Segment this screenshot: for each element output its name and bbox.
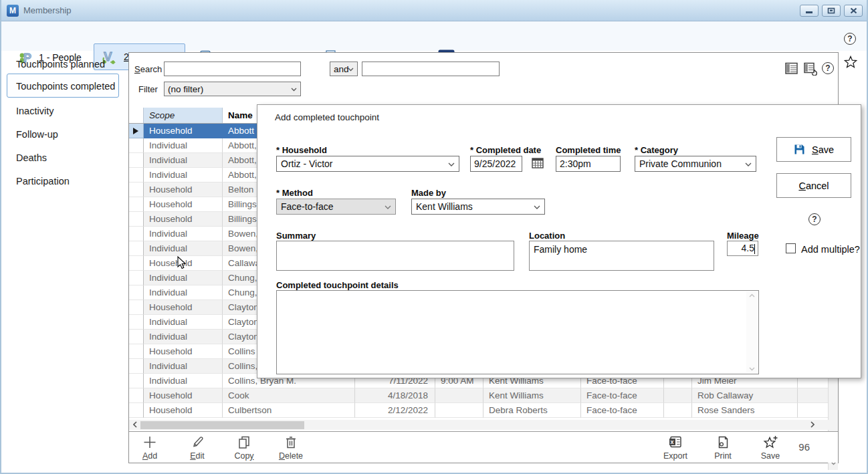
maximize-button[interactable]: [822, 5, 841, 17]
mileage-input[interactable]: 4.5: [727, 241, 758, 256]
header-row-selector: [129, 108, 144, 123]
bottom-toolbar: Add Edit Copy Delete: [129, 431, 838, 463]
calendar-icon[interactable]: [532, 157, 544, 169]
scroll-up-icon[interactable]: [749, 293, 755, 298]
export-excel-icon: x: [668, 435, 683, 449]
category-label: * Category: [635, 145, 678, 155]
save-button[interactable]: Save: [776, 137, 851, 162]
edit-pencil-icon: [191, 435, 205, 449]
household-label: * Household: [276, 145, 327, 155]
dialog-title: Add completed touchpoint: [275, 112, 379, 122]
help-icon[interactable]: ?: [844, 33, 856, 45]
chevron-down-icon: [534, 205, 540, 210]
grid-refresh-icon[interactable]: [804, 62, 818, 76]
location-textarea[interactable]: Family home: [529, 241, 714, 271]
maximize-icon: [827, 7, 835, 14]
grid-view-icon[interactable]: [785, 62, 798, 75]
sidebar-item-participation[interactable]: Participation: [16, 176, 70, 187]
svg-text:x: x: [671, 439, 674, 445]
made-by-select[interactable]: Kent Williams: [411, 199, 545, 215]
dialog-help-icon[interactable]: ?: [808, 213, 821, 225]
household-select[interactable]: Ortiz - Victor: [276, 156, 459, 172]
method-select[interactable]: Face-to-face: [276, 199, 396, 215]
search-label: Search: [134, 64, 162, 74]
copy-icon: [237, 435, 251, 449]
close-icon: [850, 7, 857, 14]
chevron-down-icon: [385, 205, 391, 210]
main-tab-bar: P 1 - People V 2 - Ministry C R 3 - Chur…: [1, 21, 868, 51]
details-textarea[interactable]: [276, 290, 759, 374]
made-by-label: Made by: [411, 188, 446, 198]
search-operator-select[interactable]: and: [330, 62, 358, 76]
print-button[interactable]: Print: [703, 435, 742, 461]
location-label: Location: [529, 231, 565, 241]
app-icon: M: [7, 5, 19, 17]
sidebar-item-touchpoints-planned[interactable]: Touchpoints planned: [16, 59, 105, 70]
add-multiple-checkbox[interactable]: [786, 243, 796, 253]
save-floppy-icon: [794, 144, 805, 155]
add-completed-touchpoint-dialog: Add completed touchpoint * Household Ort…: [257, 104, 861, 378]
search-input-2[interactable]: [362, 62, 500, 76]
chevron-down-icon: [745, 162, 752, 167]
sidebar-item-touchpoints-completed[interactable]: Touchpoints completed: [16, 81, 115, 92]
export-button[interactable]: x Export: [656, 435, 695, 461]
mouse-cursor: [177, 256, 187, 269]
filter-select[interactable]: (no filter): [164, 82, 301, 96]
details-label: Completed touchpoint details: [276, 280, 399, 290]
scroll-down-icon[interactable]: [749, 367, 755, 371]
search-input[interactable]: [164, 62, 301, 76]
summary-textarea[interactable]: [276, 241, 514, 271]
add-multiple-label: Add multiple?: [801, 244, 860, 255]
completed-time-label: Completed time: [556, 145, 621, 155]
add-button[interactable]: Add: [130, 435, 169, 461]
scrollbar-thumb[interactable]: [140, 421, 304, 429]
selected-row-arrow: [133, 128, 142, 134]
cancel-button[interactable]: Cancel: [776, 173, 851, 198]
sidebar-item-deaths[interactable]: Deaths: [16, 152, 47, 163]
summary-label: Summary: [276, 231, 316, 241]
table-row[interactable]: HouseholdCook4/18/2018Kent WilliamsFace-…: [129, 388, 829, 403]
minimize-icon: [805, 8, 813, 14]
sidebar-item-follow-up[interactable]: Follow-up: [16, 129, 58, 140]
favorite-star-icon[interactable]: [844, 55, 857, 69]
horizontal-scrollbar[interactable]: [129, 420, 829, 430]
print-icon: [716, 435, 730, 449]
record-count: 96: [798, 441, 810, 453]
save-view-button[interactable]: Save: [751, 435, 790, 461]
chevron-down-icon: [348, 68, 354, 72]
completed-date-label: * Completed date: [470, 145, 541, 155]
delete-button[interactable]: Delete: [272, 435, 310, 461]
scroll-right-icon[interactable]: [806, 421, 818, 430]
filter-label: Filter: [138, 84, 158, 94]
method-label: * Method: [276, 188, 313, 198]
copy-button[interactable]: Copy: [225, 435, 263, 461]
save-star-icon: [763, 435, 778, 449]
header-scope[interactable]: Scope: [144, 108, 223, 123]
delete-trash-icon: [284, 435, 298, 449]
chevron-down-icon: [448, 162, 455, 167]
chevron-down-icon: [291, 88, 297, 92]
mileage-label: Mileage: [727, 231, 759, 241]
panel-help-icon[interactable]: ?: [822, 62, 834, 74]
add-icon: [142, 435, 157, 449]
text-caret: [754, 244, 755, 254]
details-scrollbar[interactable]: [746, 291, 758, 373]
category-select[interactable]: Private Communion: [635, 156, 756, 172]
sidebar-item-inactivity[interactable]: Inactivity: [16, 106, 53, 116]
table-row[interactable]: HouseholdCulbertson2/12/2022Debra Robert…: [129, 403, 829, 418]
scroll-left-icon[interactable]: [129, 421, 140, 430]
window-titlebar: M Membership: [1, 0, 868, 21]
window-title: Membership: [23, 5, 72, 15]
minimize-button[interactable]: [800, 5, 819, 17]
close-button[interactable]: [844, 5, 863, 17]
completed-time-input[interactable]: [556, 156, 621, 172]
edit-button[interactable]: Edit: [178, 435, 217, 461]
completed-date-input[interactable]: [470, 156, 522, 172]
